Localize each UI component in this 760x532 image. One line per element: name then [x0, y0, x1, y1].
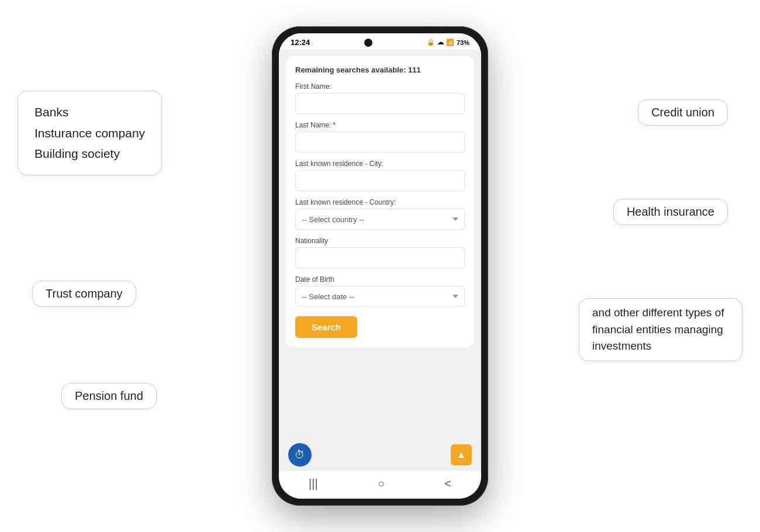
label-health: Health insurance — [613, 199, 728, 225]
dob-group: Date of Birth -- Select date -- — [295, 275, 465, 307]
nationality-input[interactable] — [295, 247, 465, 268]
signal-icon: 📶 — [446, 39, 454, 46]
phone-footer: ⏱ ▲ — [279, 440, 481, 471]
wifi-icon: ☁ — [437, 39, 444, 46]
remaining-searches: Remaining searches available: 111 — [295, 65, 465, 74]
camera-notch — [364, 39, 372, 47]
label-other: and other different types of financial e… — [579, 298, 742, 361]
nationality-group: Nationality — [295, 237, 465, 268]
nav-back[interactable]: < — [444, 477, 451, 490]
label-pension: Pension fund — [61, 383, 157, 409]
status-icons: 🔒 ☁ 📶 73% — [427, 39, 469, 46]
nav-recent[interactable]: ||| — [309, 477, 318, 490]
phone-frame: 12:24 🔒 ☁ 📶 73% Remaining searches avail… — [272, 26, 488, 506]
nationality-label: Nationality — [295, 237, 465, 245]
nav-bar: ||| ○ < — [279, 471, 481, 499]
first-name-group: First Name: — [295, 82, 465, 114]
phone-screen: 12:24 🔒 ☁ 📶 73% Remaining searches avail… — [279, 33, 481, 499]
dob-select[interactable]: -- Select date -- — [295, 286, 465, 307]
required-star: * — [333, 121, 336, 129]
form-card: Remaining searches available: 111 First … — [286, 56, 474, 347]
dob-label: Date of Birth — [295, 275, 465, 284]
city-label: Last known residence - City: — [295, 160, 465, 168]
chevron-up-icon: ▲ — [457, 450, 466, 460]
nav-home[interactable]: ○ — [378, 477, 385, 490]
last-name-input[interactable] — [295, 132, 465, 153]
city-group: Last known residence - City: — [295, 160, 465, 191]
label-insurance: Insturance company — [34, 123, 145, 144]
battery-percent: 73% — [457, 39, 469, 46]
screen-content[interactable]: Remaining searches available: 111 First … — [279, 49, 481, 440]
left-label-box: Banks Insturance company Building societ… — [18, 91, 162, 175]
city-input[interactable] — [295, 170, 465, 191]
country-label: Last known residence - Country: — [295, 198, 465, 206]
battery-icon: 🔒 — [427, 39, 435, 46]
first-name-label: First Name: — [295, 82, 465, 91]
label-trust: Trust company — [32, 281, 136, 307]
search-button[interactable]: Search — [295, 316, 357, 338]
label-building: Building society — [34, 143, 145, 164]
phone-device: 12:24 🔒 ☁ 📶 73% Remaining searches avail… — [272, 26, 488, 506]
clock-icon: ⏱ — [295, 449, 305, 461]
label-credit: Credit union — [638, 99, 728, 126]
country-select[interactable]: -- Select country -- — [295, 209, 465, 230]
app-icon-left[interactable]: ⏱ — [288, 443, 312, 467]
status-bar: 12:24 🔒 ☁ 📶 73% — [279, 33, 481, 49]
last-name-label: Last Name: * — [295, 121, 465, 129]
last-name-group: Last Name: * — [295, 121, 465, 153]
scroll-top-button[interactable]: ▲ — [451, 444, 472, 465]
country-group: Last known residence - Country: -- Selec… — [295, 198, 465, 230]
first-name-input[interactable] — [295, 93, 465, 114]
status-time: 12:24 — [291, 38, 310, 47]
label-banks: Banks — [34, 102, 145, 123]
